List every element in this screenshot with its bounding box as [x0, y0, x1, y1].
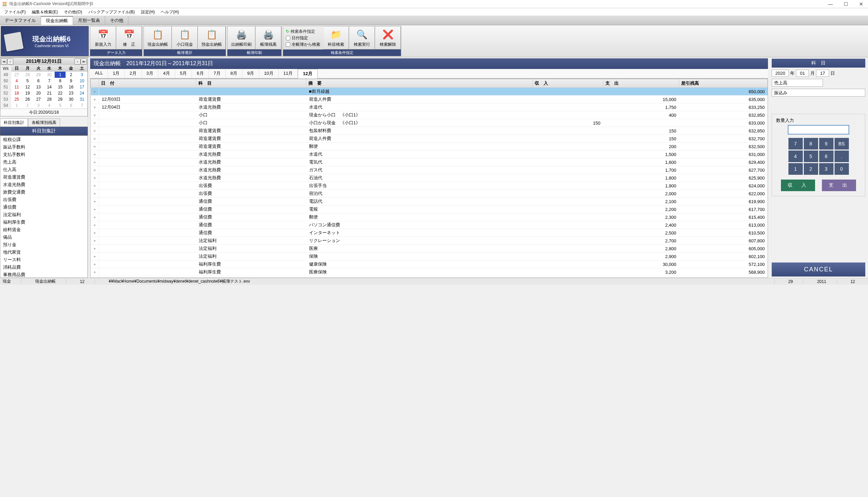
menu-item[interactable]: バックアップファイル(B) — [86, 9, 138, 16]
ledger-row[interactable]: +水道光熱費水道代1,500631,000 — [91, 151, 768, 158]
calendar-grid[interactable]: Wk日月火水木金土4927282930123504567891051111213… — [0, 65, 87, 109]
calendar-day[interactable]: 22 — [55, 90, 66, 96]
numpad-key[interactable]: . — [835, 151, 849, 162]
cal-prev-year[interactable]: ≪ — [1, 58, 7, 65]
ledger-row[interactable]: +■前月繰越650,000 — [91, 88, 768, 96]
ledger-row[interactable]: +12月03日荷造運賃費荷造人件費15,000635,000 — [91, 96, 768, 103]
category-item[interactable]: 地代家賃 — [0, 248, 87, 256]
month-tab[interactable]: 1月 — [108, 69, 125, 78]
ledger-row[interactable]: +小口小口から現金 《小口1》150633,000 — [91, 119, 768, 127]
numpad-key[interactable]: 1 — [788, 163, 803, 175]
calendar-day[interactable]: 8 — [55, 78, 66, 84]
calendar-day[interactable]: 27 — [33, 96, 44, 102]
calendar-day[interactable]: 15 — [55, 84, 66, 90]
month-tab[interactable]: 5月 — [175, 69, 192, 78]
calendar-day[interactable]: 25 — [11, 96, 22, 102]
year-input[interactable] — [772, 70, 789, 77]
calendar-day[interactable]: 16 — [66, 84, 76, 90]
category-item[interactable]: 水道光熱費 — [0, 181, 87, 188]
month-tab[interactable]: 11月 — [279, 69, 298, 78]
calendar-day[interactable]: 26 — [22, 96, 33, 102]
ledger-row[interactable]: +出張費宿泊代2,000622,000 — [91, 190, 768, 198]
calendar-day[interactable]: 7 — [76, 102, 87, 109]
category-item[interactable]: 荷造運賃費 — [0, 173, 87, 181]
calendar-day[interactable]: 1 — [11, 102, 22, 109]
category-item[interactable]: リース料 — [0, 256, 87, 264]
category-input[interactable] — [772, 79, 823, 87]
description-input[interactable] — [772, 89, 865, 97]
ledger-row[interactable]: +荷造運賃費包装材料費150632,850 — [91, 127, 768, 135]
ledger-row[interactable]: +法定福利リクレーション2,700607,800 — [91, 237, 768, 245]
calendar-day[interactable]: 11 — [11, 84, 22, 90]
ledger-row[interactable]: +出張費出張手当1,900624,000 — [91, 182, 768, 190]
toolbar-button[interactable]: 🖨️帳簿残高 — [255, 26, 281, 49]
category-item[interactable]: 旅費交通費 — [0, 188, 87, 196]
calendar-day[interactable]: 30 — [66, 96, 76, 102]
calendar-today-link[interactable]: 今日:2020/01/18 — [0, 109, 87, 116]
quantity-input[interactable] — [788, 125, 849, 134]
main-tab[interactable]: 現金出納帳 — [41, 16, 73, 25]
category-item[interactable]: 通信費 — [0, 203, 87, 211]
main-tab[interactable]: データファイル — [0, 16, 41, 25]
category-item[interactable]: 給料賃金 — [0, 226, 87, 233]
calendar-day[interactable]: 10 — [76, 78, 87, 84]
checkbox-date-filter[interactable]: 日付指定 — [286, 35, 320, 41]
calendar-day[interactable]: 7 — [44, 78, 55, 84]
month-tab[interactable]: 3月 — [142, 69, 158, 78]
ledger-row[interactable]: +小口現金から小口 《小口1》400632,850 — [91, 111, 768, 119]
numpad-key[interactable]: 9 — [819, 138, 834, 150]
checkbox-all-ledgers[interactable]: 全帳簿から検索 — [286, 42, 320, 47]
ledger-row[interactable]: +水道光熱費ガス代1,700627,700 — [91, 166, 768, 174]
category-item[interactable]: 租税公課 — [0, 136, 87, 143]
numpad-key[interactable]: 7 — [788, 138, 803, 150]
ledger-row[interactable]: +荷造運賃費荷造人件費150632,700 — [91, 135, 768, 143]
ledger-row[interactable]: +福利厚生費健康保険30,000572,100 — [91, 260, 768, 268]
category-item[interactable]: 売上高 — [0, 158, 87, 166]
numpad-key[interactable]: 8 — [804, 138, 818, 150]
cal-next-year[interactable]: ≫ — [81, 58, 87, 65]
calendar-day[interactable]: 28 — [44, 96, 55, 102]
category-item[interactable]: 福利厚生費 — [0, 218, 87, 226]
ledger-row[interactable]: +法定福利医療2,800605,000 — [91, 245, 768, 253]
calendar-day[interactable]: 29 — [33, 72, 44, 78]
calendar-day[interactable]: 14 — [44, 84, 55, 90]
minimize-button[interactable]: — — [825, 1, 836, 7]
ledger-row[interactable]: +福利厚生費雇用保険3,500565,400 — [91, 276, 768, 278]
ledger-row[interactable]: +法定福利保険2,900602,100 — [91, 253, 768, 260]
menu-item[interactable]: ファイル(F) — [1, 9, 28, 16]
calendar-day[interactable]: 9 — [66, 78, 76, 84]
numpad-key[interactable]: BS — [835, 138, 849, 150]
numpad-key[interactable]: 6 — [819, 151, 834, 162]
cancel-button[interactable]: CANCEL — [772, 262, 865, 276]
calendar-day[interactable]: 21 — [44, 90, 55, 96]
calendar-day[interactable]: 17 — [76, 84, 87, 90]
calendar-day[interactable]: 2 — [22, 102, 33, 109]
month-tab[interactable]: 7月 — [209, 69, 226, 78]
calendar-day[interactable]: 28 — [22, 72, 33, 78]
ledger-row[interactable]: +通信費電話代2,100619,900 — [91, 198, 768, 205]
search-button[interactable]: 🔍検索実行 — [349, 26, 375, 49]
toolbar-button[interactable]: 📋小口現金 — [172, 26, 198, 49]
close-button[interactable]: ✕ — [856, 1, 866, 7]
calendar-day[interactable]: 30 — [44, 72, 55, 78]
calendar-day[interactable]: 5 — [55, 102, 66, 109]
toolbar-button[interactable]: 📋預金出納帳 — [198, 26, 226, 49]
sidebar-subtab[interactable]: 科目別集計 — [0, 118, 28, 127]
numpad-key[interactable]: 3 — [819, 163, 834, 175]
calendar-day[interactable]: 19 — [22, 90, 33, 96]
calendar-day[interactable]: 2 — [66, 72, 76, 78]
month-tab[interactable]: 4月 — [158, 69, 175, 78]
category-list[interactable]: 租税公課振込手数料支払手数料売上高仕入高荷造運賃費水道光熱費旅費交通費出張費通信… — [0, 136, 88, 278]
main-tab[interactable]: その他 — [105, 16, 128, 25]
ledger-row[interactable]: +通信費郵便2,300615,400 — [91, 213, 768, 221]
ledger-row[interactable]: +荷造運賃費郵便200632,500 — [91, 143, 768, 151]
toolbar-button[interactable]: 🖨️出納帳印刷 — [227, 26, 255, 49]
numpad-key[interactable]: 2 — [804, 163, 818, 175]
cal-prev-month[interactable]: ‹ — [7, 58, 13, 65]
category-item[interactable]: 事務用品費 — [0, 271, 87, 278]
category-item[interactable]: 振込手数料 — [0, 143, 87, 151]
calendar-day[interactable]: 12 — [22, 84, 33, 90]
income-button[interactable]: 収 入 — [781, 180, 815, 191]
sidebar-subtab[interactable]: 各帳簿別残高 — [28, 118, 60, 127]
month-tab[interactable]: 2月 — [125, 69, 141, 78]
